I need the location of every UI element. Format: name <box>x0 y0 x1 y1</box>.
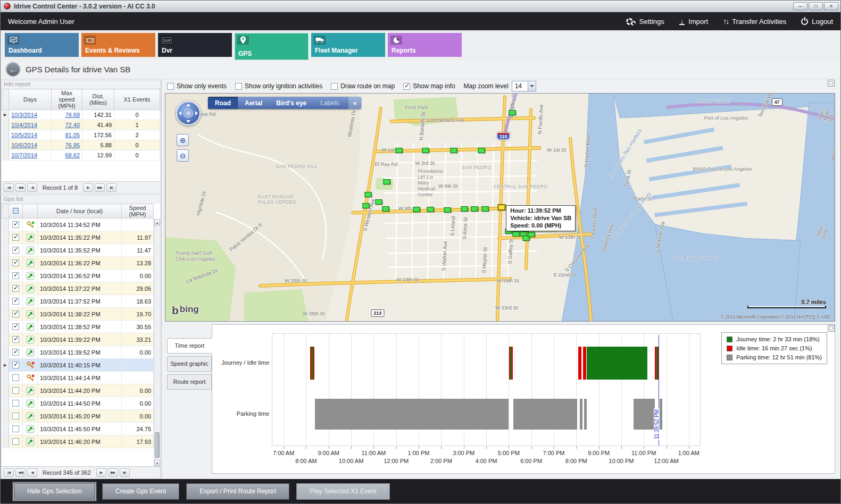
checkbox-show-map-info[interactable] <box>403 83 410 90</box>
table-row[interactable]: 10/7/201468.6212.990 <box>2 150 160 161</box>
gps-row-checkbox[interactable] <box>12 234 19 241</box>
play-selected-x1-event-button[interactable]: Play Selected X1 Event <box>296 483 389 500</box>
gps-marker[interactable] <box>471 206 478 212</box>
gps-marker[interactable] <box>451 148 457 153</box>
list-item[interactable]: 10/3/2014 11:46:20 PM17.93 <box>2 435 154 448</box>
info-prev-button[interactable]: ◀ <box>27 183 37 192</box>
gps-marker[interactable] <box>382 206 389 212</box>
days-link[interactable]: 10/4/2014 <box>11 122 37 128</box>
action-settings[interactable]: Settings <box>626 17 664 26</box>
gps-row-checkbox[interactable] <box>12 413 19 419</box>
info-first-button[interactable]: |◀ <box>4 183 14 192</box>
option-show-only-ignition-activities[interactable]: Show only ignition activities <box>235 82 322 90</box>
gps-row-checkbox[interactable] <box>12 259 19 266</box>
action-transfer-activities[interactable]: ↑↓Transfer Activities <box>723 17 786 26</box>
gps-marker[interactable] <box>422 148 429 153</box>
back-button[interactable]: ← <box>6 63 20 76</box>
column-header-max-speed-mph[interactable]: Max speed (MPH) <box>52 89 82 110</box>
map-zoom-out-button[interactable]: ⊖ <box>177 149 189 162</box>
scroll-down-icon[interactable]: ▼ <box>154 460 160 466</box>
gps-marker[interactable] <box>482 206 489 212</box>
column-header-date-hour-local[interactable]: Date / hour (local) <box>38 204 122 219</box>
list-item[interactable]: 10/3/2014 11:35:22 PM11.97 <box>2 231 154 244</box>
gps-marker[interactable] <box>384 179 390 184</box>
gps-marker[interactable] <box>413 207 420 212</box>
list-item[interactable]: 10/3/2014 11:36:52 PM0.00 <box>2 270 154 282</box>
gps-row-checkbox[interactable] <box>12 362 19 368</box>
list-item[interactable]: 10/3/2014 11:45:20 PM0.00 <box>2 410 154 423</box>
gps-prev-button[interactable]: ◀ <box>27 468 37 477</box>
tab-route-report[interactable]: Route report <box>167 374 212 390</box>
gps-marker[interactable] <box>376 199 382 205</box>
gps-marker[interactable] <box>513 231 520 237</box>
column-header-x1-events[interactable]: X1 Events <box>114 89 160 110</box>
gps-marker[interactable] <box>365 192 372 197</box>
export-print-route-report-button[interactable]: Export / Print Route Report <box>186 483 289 500</box>
tab-time-report[interactable]: Time report <box>167 338 212 354</box>
gps-marker-selected[interactable] <box>497 204 505 211</box>
gps-first-button[interactable]: |◀ <box>4 468 14 477</box>
maximize-button[interactable]: □ <box>809 2 823 10</box>
tab-gps[interactable]: GPS <box>235 33 309 60</box>
list-item[interactable]: 10/3/2014 11:44:50 PM0.00 <box>2 397 154 410</box>
action-import[interactable]: ↓Import <box>679 17 708 26</box>
gps-row-checkbox[interactable] <box>12 400 19 407</box>
option-show-map-info[interactable]: Show map info <box>403 82 455 90</box>
gps-marker[interactable] <box>396 148 403 153</box>
gps-row-checkbox[interactable] <box>12 438 19 445</box>
list-item[interactable]: 10/3/2014 11:45:50 PM24.75 <box>2 423 154 435</box>
max-speed-link[interactable]: 72.40 <box>65 122 80 128</box>
list-item[interactable]: 10/3/2014 11:38:22 PM19.70 <box>2 308 154 321</box>
tab-reports[interactable]: Reports <box>388 33 462 57</box>
days-link[interactable]: 10/5/2014 <box>11 132 37 138</box>
max-speed-link[interactable]: 81.05 <box>65 132 80 138</box>
gps-marker[interactable] <box>528 232 535 237</box>
tab-fleet-manager[interactable]: Fleet Manager <box>311 33 385 57</box>
collapse-chart-panel-button[interactable] <box>828 325 835 332</box>
scrollbar-thumb[interactable] <box>155 432 160 458</box>
gps-marker[interactable] <box>363 203 370 208</box>
gps-row-checkbox[interactable] <box>12 387 19 394</box>
map-zoom-level-select[interactable]: 14 <box>512 81 536 91</box>
list-item[interactable]: 10/3/2014 11:44:20 PM0.00 <box>2 384 154 397</box>
days-link[interactable]: 10/3/2014 <box>11 112 37 118</box>
gps-row-checkbox[interactable] <box>12 221 19 228</box>
table-row[interactable]: 10/5/201481.05172.562 <box>2 130 160 140</box>
select-all-header[interactable] <box>9 204 23 219</box>
info-next-page-button[interactable]: ▶▶ <box>95 183 105 192</box>
tab-speed-graphic[interactable]: Speed graphic <box>167 356 212 372</box>
gps-row-checkbox[interactable] <box>12 425 19 432</box>
map-bar-collapse-button[interactable]: « <box>348 97 362 109</box>
column-header-dist-miles[interactable]: Dist. (Miles) <box>82 89 114 110</box>
days-link[interactable]: 10/6/2014 <box>11 142 37 148</box>
checkbox-show-only-ignition-activities[interactable] <box>235 83 242 90</box>
map-style-road[interactable]: Road <box>208 97 238 109</box>
info-last-button[interactable]: ▶| <box>106 183 116 192</box>
max-speed-link[interactable]: 78.68 <box>65 112 80 118</box>
scroll-up-icon[interactable]: ▲ <box>154 219 160 225</box>
gps-row-checkbox[interactable] <box>12 323 19 330</box>
close-button[interactable]: × <box>824 2 838 10</box>
gps-row-checkbox[interactable] <box>12 272 19 279</box>
select-all-checkbox[interactable] <box>13 208 19 214</box>
table-row[interactable]: ▶10/3/201478.68142.310 <box>2 110 160 120</box>
list-item[interactable]: 10/3/2014 11:37:22 PM29.05 <box>2 282 154 295</box>
gps-marker[interactable] <box>509 110 515 115</box>
minimize-button[interactable]: – <box>793 2 807 10</box>
list-item[interactable]: 10/3/2014 11:37:52 PM18.63 <box>2 295 154 308</box>
checkbox-draw-route-on-map[interactable] <box>331 83 338 90</box>
hide-gps-selection-button[interactable]: Hide Gps Selection <box>14 483 95 500</box>
gps-list-scrollbar[interactable]: ▲ ▼ <box>154 219 160 466</box>
tab-events-reviews[interactable]: Events & Reviews <box>81 33 155 57</box>
gps-prev-page-button[interactable]: ◀◀ <box>15 468 26 477</box>
gps-next-button[interactable]: ▶ <box>96 468 106 477</box>
gps-marker[interactable] <box>427 207 434 212</box>
map-zoom-in-button[interactable]: ⊕ <box>177 134 189 146</box>
gps-next-page-button[interactable]: ▶▶ <box>108 468 118 477</box>
gps-row-checkbox[interactable] <box>12 285 19 292</box>
gps-marker[interactable] <box>444 207 451 213</box>
gps-marker[interactable] <box>478 148 485 153</box>
max-speed-link[interactable]: 68.62 <box>65 152 80 158</box>
list-item[interactable]: 10/3/2014 11:39:22 PM33.21 <box>2 333 154 346</box>
table-row[interactable]: 10/4/201472.4041.491 <box>2 120 160 130</box>
